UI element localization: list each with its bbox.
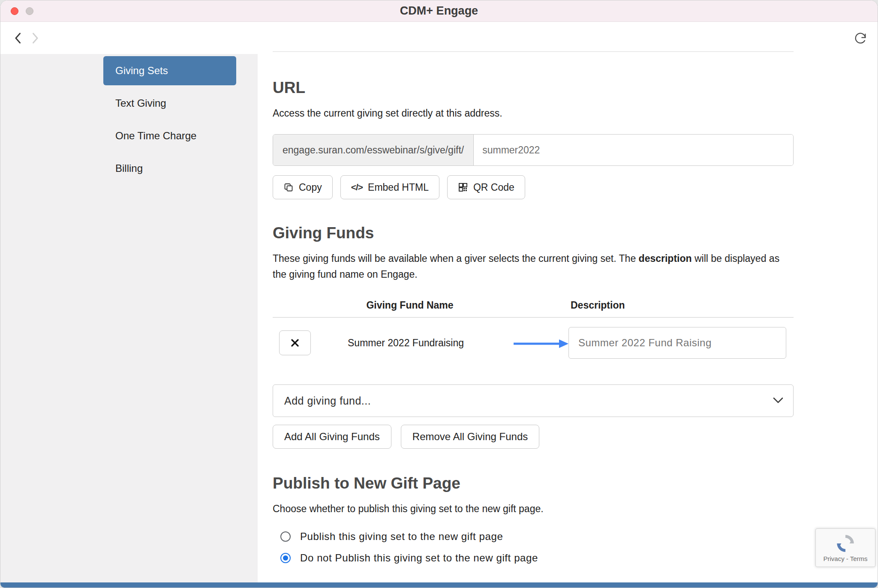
radio-label: Publish this giving set to the new gift … [300,531,503,543]
code-icon: </> [351,182,363,192]
sidebar-item-label: Giving Sets [115,65,168,77]
url-prefix: engage.suran.com/esswebinar/s/give/gift/ [273,135,474,165]
sidebar-item-text-giving[interactable]: Text Giving [103,89,236,118]
radio-do-not-publish-gift-page[interactable]: Do not Publish this giving set to the ne… [273,549,794,567]
fund-description-input[interactable] [568,327,786,359]
refresh-button[interactable] [852,30,869,47]
column-header-giving-fund-name: Giving Fund Name [346,300,474,311]
qr-code-icon [458,182,468,192]
forward-chevron-icon [28,31,41,45]
description-bold-text: description [639,253,692,264]
column-header-description: Description [571,300,625,311]
embed-html-button[interactable]: </> Embed HTML [340,175,439,199]
recaptcha-badge[interactable]: Privacy - Terms [815,528,875,567]
minimize-window-button[interactable] [26,7,33,15]
app-window: CDM+ Engage Giving Sets Text Giving One … [0,0,878,588]
giving-funds-heading: Giving Funds [273,224,794,242]
sidebar-item-billing[interactable]: Billing [103,154,236,183]
giving-set-url-group: engage.suran.com/esswebinar/s/give/gift/ [273,134,794,166]
window-bottom-accent-bar [0,582,878,588]
remove-all-giving-funds-button[interactable]: Remove All Giving Funds [401,425,539,449]
window-controls [11,0,33,22]
embed-button-label: Embed HTML [368,182,429,193]
title-bar: CDM+ Engage [0,0,878,22]
close-window-button[interactable] [11,7,18,15]
forward-button[interactable] [26,30,43,47]
pointer-arrow-icon [513,338,568,349]
sidebar-item-giving-sets[interactable]: Giving Sets [103,56,236,85]
radio-label: Do not Publish this giving set to the ne… [300,552,538,564]
recaptcha-privacy-terms[interactable]: Privacy - Terms [823,555,867,562]
description-text: These giving funds will be available whe… [273,253,639,264]
publish-section-heading: Publish to New Gift Page [273,474,794,492]
copy-button-label: Copy [299,182,322,193]
url-slug-input[interactable] [474,135,793,165]
add-giving-fund-placeholder: Add giving fund... [284,395,371,407]
sidebar-item-label: Billing [115,162,143,174]
back-chevron-icon [12,31,25,45]
sidebar-item-one-time-charge[interactable]: One Time Charge [103,121,236,150]
remove-all-label: Remove All Giving Funds [412,431,528,443]
funds-table-header: Giving Fund Name Description [273,300,794,318]
giving-set-settings: URL Access the current giving set direct… [273,54,794,567]
radio-selected-icon[interactable] [280,553,291,563]
url-section-heading: URL [273,79,794,97]
qr-button-label: QR Code [473,182,514,193]
window-title: CDM+ Engage [400,4,478,18]
remove-fund-button[interactable] [279,330,311,355]
back-button[interactable] [10,30,27,47]
sidebar-item-label: Text Giving [115,97,166,109]
settings-sidebar: Giving Sets Text Giving One Time Charge … [103,56,236,186]
qr-code-button[interactable]: QR Code [447,175,525,199]
radio-unselected-icon[interactable] [280,531,291,542]
copy-url-button[interactable]: Copy [273,175,333,199]
publish-section-description: Choose whether to publish this giving se… [273,501,794,517]
url-section-description: Access the current giving set directly a… [273,105,794,121]
remove-x-icon [290,338,300,348]
refresh-icon [854,31,867,45]
publish-options: Publish this giving set to the new gift … [273,528,794,567]
url-actions: Copy </> Embed HTML QR Code [273,175,794,199]
giving-funds-description: These giving funds will be available whe… [273,251,794,282]
copy-icon [283,182,294,192]
navigation-toolbar [0,22,878,54]
fund-bulk-actions: Add All Giving Funds Remove All Giving F… [273,425,794,449]
add-all-label: Add All Giving Funds [284,431,380,443]
chevron-down-icon [773,396,784,405]
sidebar-item-label: One Time Charge [115,130,196,142]
add-giving-fund-select[interactable]: Add giving fund... [273,384,794,417]
fund-name: Summer 2022 Fundraising [348,327,464,359]
fund-table-row: Summer 2022 Fundraising [273,318,794,371]
add-all-giving-funds-button[interactable]: Add All Giving Funds [273,425,391,449]
recaptcha-logo-icon [836,534,855,553]
radio-publish-gift-page[interactable]: Publish this giving set to the new gift … [273,528,794,545]
scrolled-element-edge [273,51,794,52]
